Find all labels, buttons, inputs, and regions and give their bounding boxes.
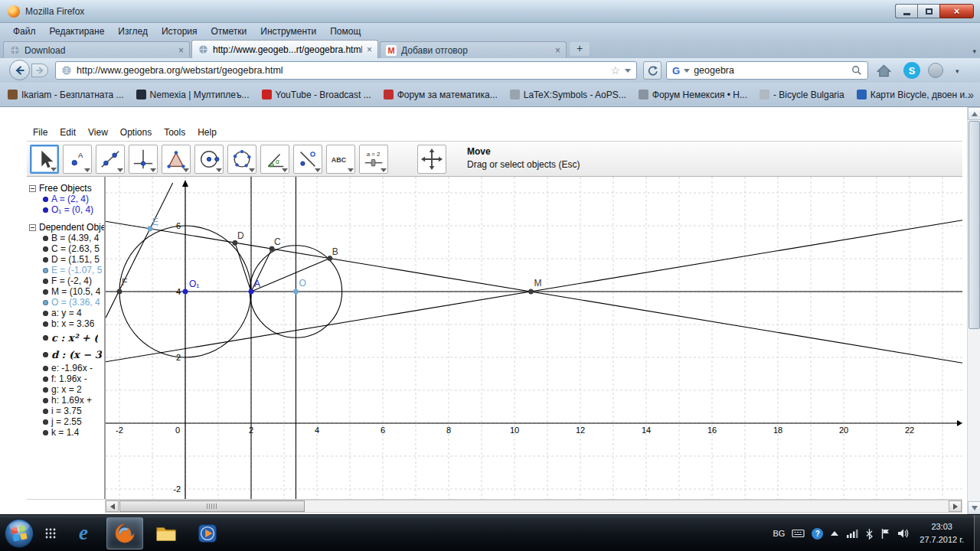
- scroll-left-button[interactable]: [106, 500, 119, 512]
- browser-menu-item[interactable]: История: [155, 24, 204, 38]
- bookmark-item[interactable]: - Bicycle Bulgaria: [760, 90, 844, 100]
- tool-dropdown-arrow-icon[interactable]: [150, 168, 156, 172]
- algebra-item[interactable]: F = (-2, 4): [27, 276, 104, 286]
- graphics-view[interactable]: -22468101214161820220642-2AO₁OFMBCDE: [106, 177, 962, 499]
- address-input[interactable]: [77, 65, 606, 76]
- tool-dropdown-arrow-icon[interactable]: [348, 168, 354, 172]
- algebra-item[interactable]: h: 1.69x +: [27, 395, 104, 406]
- browser-vertical-scrollbar[interactable]: [967, 107, 980, 514]
- tool-slider-button[interactable]: a = 2: [359, 145, 388, 174]
- construction-line[interactable]: [235, 243, 251, 292]
- tool-move-button[interactable]: [30, 145, 59, 174]
- construction-point[interactable]: [117, 289, 122, 294]
- maximize-button[interactable]: [917, 4, 939, 18]
- bookmarks-overflow-button[interactable]: »: [968, 89, 974, 101]
- browser-tab[interactable]: http://www.geogeb...rt/geogebra.html×: [191, 40, 378, 58]
- tool-text-button[interactable]: ABC: [326, 145, 355, 174]
- bookmark-item[interactable]: Nemexia | Мултиплеъ...: [136, 90, 250, 100]
- bookmark-item[interactable]: LaTeX:Symbols - AoPS...: [510, 90, 626, 100]
- algebra-item[interactable]: g: x = 2: [27, 384, 104, 395]
- network-tray-button[interactable]: [846, 528, 858, 539]
- construction-point[interactable]: [293, 289, 298, 294]
- scroll-right-button[interactable]: [949, 500, 962, 512]
- google-logo-icon[interactable]: G: [672, 65, 680, 77]
- geogebra-menu-item[interactable]: File: [27, 126, 54, 139]
- language-indicator[interactable]: BG: [773, 529, 785, 538]
- tool-dropdown-arrow-icon[interactable]: [183, 168, 189, 172]
- algebra-item[interactable]: j = 2.55: [27, 416, 104, 427]
- tool-conic-button[interactable]: [227, 145, 256, 174]
- keyboard-layout-button[interactable]: [792, 528, 805, 539]
- algebra-item[interactable]: a: y = 4: [27, 308, 104, 318]
- browser-menu-item[interactable]: Редактиране: [43, 24, 112, 38]
- browser-menu-item[interactable]: Инструменти: [253, 24, 323, 38]
- tool-dropdown-arrow-icon[interactable]: [84, 168, 90, 172]
- taskbar-ie-button[interactable]: e: [65, 517, 102, 549]
- geogebra-menu-item[interactable]: Tools: [158, 126, 191, 139]
- algebra-item[interactable]: c : x² + (: [27, 329, 104, 346]
- horizontal-scrollbar[interactable]: [105, 500, 962, 513]
- browser-tab[interactable]: Download×: [3, 41, 190, 58]
- tool-dropdown-arrow-icon[interactable]: [381, 168, 387, 172]
- search-input[interactable]: [694, 65, 848, 76]
- tool-transform-button[interactable]: [293, 145, 322, 174]
- algebra-item[interactable]: O₁ = (0, 4): [27, 204, 104, 215]
- bookmark-item[interactable]: Карти Bicycle, двоен и...: [857, 90, 973, 100]
- taskbar-wmp-button[interactable]: [189, 517, 226, 549]
- algebra-item[interactable]: B = (4.39, 4: [27, 233, 104, 243]
- bookmark-item[interactable]: YouTube - Broadcast ...: [262, 90, 371, 100]
- graphics-svg[interactable]: -22468101214161820220642-2AO₁OFMBCDE: [106, 177, 962, 499]
- vertical-scrollbar-thumb[interactable]: [969, 121, 980, 329]
- algebra-item[interactable]: M = (10.5, 4: [27, 286, 104, 297]
- taskbar-clock[interactable]: 23:03 27.7.2012 г.: [920, 520, 964, 546]
- skype-button[interactable]: S: [903, 62, 920, 79]
- tool-point-button[interactable]: A: [63, 145, 92, 174]
- construction-point[interactable]: [528, 289, 533, 294]
- construction-line[interactable]: [251, 259, 330, 292]
- tool-line-button[interactable]: [96, 145, 125, 174]
- construction-line[interactable]: [106, 183, 173, 318]
- tab-close-icon[interactable]: ×: [555, 45, 560, 56]
- bookmark-item[interactable]: Форум Немексия • Н...: [639, 90, 747, 100]
- reload-button[interactable]: [643, 61, 662, 80]
- geogebra-menu-item[interactable]: Help: [191, 126, 223, 139]
- tool-dropdown-arrow-icon[interactable]: [282, 168, 288, 172]
- show-desktop-button[interactable]: [974, 515, 980, 551]
- bookmark-item[interactable]: Форум за математика...: [384, 90, 498, 100]
- close-button[interactable]: ×: [939, 4, 974, 18]
- browser-menu-item[interactable]: Изглед: [111, 24, 155, 38]
- address-bar[interactable]: ☆: [55, 61, 637, 80]
- tool-polygon-button[interactable]: [162, 145, 191, 174]
- algebra-item[interactable]: D = (1.51, 5: [27, 254, 104, 265]
- list-all-tabs-button[interactable]: ▾: [972, 47, 976, 55]
- start-button[interactable]: [2, 517, 36, 550]
- algebra-item[interactable]: O = (3.36, 4: [27, 297, 104, 308]
- horizontal-scrollbar-thumb[interactable]: [119, 500, 305, 512]
- tool-circle-button[interactable]: [194, 145, 224, 174]
- window-titlebar[interactable]: Mozilla Firefox ×: [0, 0, 980, 23]
- geogebra-menu-item[interactable]: View: [82, 126, 114, 139]
- forward-button[interactable]: [31, 64, 48, 77]
- taskbar-firefox-button[interactable]: [106, 517, 143, 549]
- tool-dropdown-arrow-icon[interactable]: [249, 168, 255, 172]
- bookmark-star-icon[interactable]: ☆: [610, 64, 620, 77]
- algebra-item[interactable]: i = 3.75: [27, 406, 104, 416]
- algebra-item[interactable]: A = (2, 4): [27, 194, 104, 204]
- algebra-item[interactable]: f: 1.96x -: [27, 373, 104, 384]
- tool-dropdown-arrow-icon[interactable]: [216, 168, 222, 172]
- taskbar-explorer-button[interactable]: [148, 517, 185, 549]
- toolbar-overflow-icon[interactable]: ▾: [956, 67, 959, 75]
- new-tab-button[interactable]: +: [570, 42, 590, 56]
- algebra-item[interactable]: k = 1.4: [27, 427, 104, 438]
- construction-point[interactable]: [183, 289, 188, 294]
- browser-tab[interactable]: MДобави отговор×: [380, 41, 567, 58]
- construction-point[interactable]: [249, 289, 253, 294]
- back-button[interactable]: [9, 60, 30, 80]
- tab-close-icon[interactable]: ×: [178, 45, 184, 56]
- minimize-button[interactable]: [895, 4, 917, 18]
- scroll-down-button[interactable]: [968, 501, 980, 514]
- algebra-item[interactable]: e: -1.96x -: [27, 363, 104, 373]
- home-button[interactable]: [874, 62, 893, 79]
- tool-dropdown-arrow-icon[interactable]: [117, 168, 123, 172]
- bluetooth-tray-button[interactable]: [865, 528, 874, 540]
